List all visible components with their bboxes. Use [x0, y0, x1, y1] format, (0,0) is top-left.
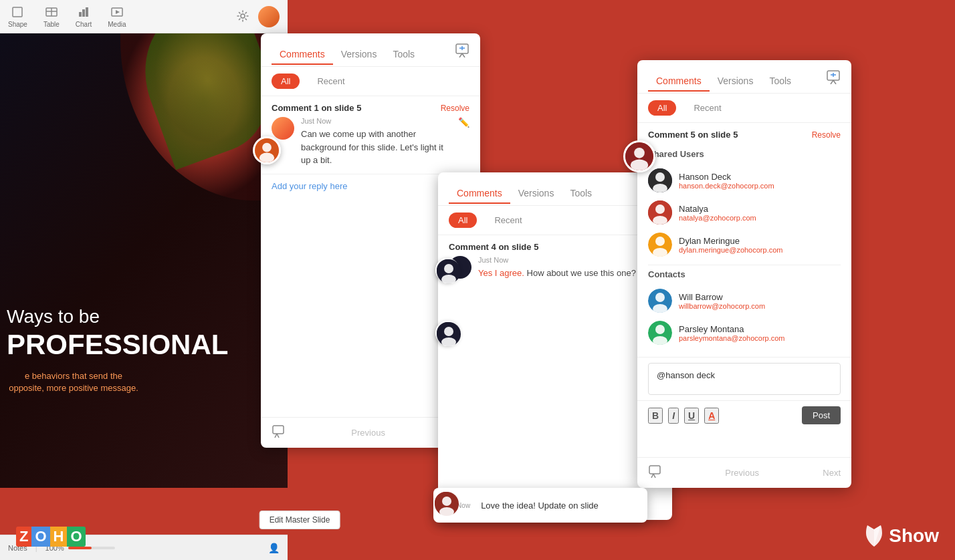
main-toolbar: Shape Table Chart Media [0, 0, 288, 33]
resolve-btn-p3[interactable]: Resolve [812, 130, 841, 140]
panel1-comment-body: Just Now Can we come up with another bac… [261, 117, 480, 174]
next-btn-p3[interactable]: Next [823, 468, 841, 478]
zoho-wordmark: Z O H O [16, 527, 86, 547]
user-avatar-toolbar[interactable] [258, 6, 280, 27]
filter-recent-p1[interactable]: Recent [308, 74, 354, 89]
svg-point-11 [262, 143, 272, 152]
user-info-dylan: Dylan Meringue dylan.meringue@zohocorp.c… [679, 236, 841, 254]
user-email-natalya: natalya@zohocorp.com [679, 214, 841, 222]
svg-point-53 [655, 293, 665, 302]
zoho-logo: Z O H O [16, 527, 86, 547]
edit-comment-icon-p1[interactable]: ✏️ [458, 117, 469, 167]
svg-rect-30 [273, 426, 284, 434]
svg-line-60 [653, 474, 655, 478]
user-name-natalya: Natalya [679, 204, 841, 214]
svg-point-47 [655, 204, 665, 214]
chat-icon-p3[interactable] [648, 464, 661, 481]
comment-title-p2: Comment 4 on slide 5 [449, 242, 538, 252]
post-btn-p3[interactable]: Post [802, 406, 841, 424]
format-italic-btn[interactable]: I [668, 408, 679, 424]
resolve-btn-p1[interactable]: Resolve [441, 104, 469, 113]
tab-versions-p2[interactable]: Versions [510, 184, 562, 204]
avatar-parsley [648, 321, 672, 345]
filter-recent-p3[interactable]: Recent [684, 100, 730, 116]
comment-highlight-p2: Yes I agree. [478, 268, 524, 278]
user-email-parsley: parsleymontana@zohocorp.com [679, 334, 841, 342]
tab-comments-p3[interactable]: Comments [648, 72, 710, 92]
panel3-comment-header: Comment 5 on slide 5 Resolve [637, 123, 851, 144]
chat-icon-p1[interactable] [272, 424, 285, 441]
tab-versions-p1[interactable]: Versions [333, 45, 385, 65]
toolbar-table[interactable]: Table [43, 5, 60, 28]
zoho-letter-o2: O [67, 527, 85, 547]
tab-tools-p3[interactable]: Tools [761, 72, 799, 92]
avatar-panel2 [623, 140, 655, 172]
avatar-comment3 [435, 258, 459, 282]
svg-line-27 [462, 53, 465, 57]
settings-icon[interactable] [237, 10, 250, 23]
svg-line-59 [651, 474, 653, 478]
slide-background [0, 0, 288, 488]
panel3-filter: All Recent [637, 94, 851, 123]
comment-time-p1: Just Now [301, 117, 451, 125]
shared-user-natalya: Natalya natalya@zohocorp.com [648, 196, 841, 229]
contacts-label: Contacts [648, 269, 841, 279]
edit-master-slide-button[interactable]: Edit Master Slide [259, 511, 340, 529]
user-email-dylan: dylan.meringue@zohocorp.com [679, 246, 841, 254]
svg-point-50 [655, 237, 665, 246]
avatar-floating-comment [433, 491, 457, 515]
filter-all-p3[interactable]: All [648, 100, 676, 116]
svg-line-26 [459, 53, 462, 57]
user-info-hanson: Hanson Deck hanson.deck@zohocorp.com [679, 172, 841, 190]
tab-tools-p1[interactable]: Tools [385, 45, 423, 65]
filter-recent-p2[interactable]: Recent [485, 213, 531, 228]
toolbar-shape[interactable]: Shape [8, 5, 27, 28]
svg-rect-5 [82, 9, 85, 17]
svg-point-44 [655, 172, 665, 182]
show-logo-icon [865, 524, 883, 548]
comments-panel-3: Comments Versions Tools All Recent Comme… [637, 60, 851, 488]
toolbar-chart[interactable]: Chart [76, 5, 92, 28]
filter-all-p2[interactable]: All [449, 213, 477, 228]
user-info-parsley: Parsley Montana parsleymontana@zohocorp.… [679, 324, 841, 342]
contact-will: Will Barrow willbarrow@zohocorp.com [648, 285, 841, 317]
toolbar-media[interactable]: Media [108, 5, 126, 28]
svg-line-39 [831, 80, 833, 84]
tab-comments-p2[interactable]: Comments [449, 184, 510, 204]
mention-input[interactable]: @hanson deck [648, 363, 841, 395]
prev-btn-p1[interactable]: Previous [351, 428, 385, 438]
user-name-dylan: Dylan Meringue [679, 236, 841, 246]
avatar-comment4 [435, 321, 459, 345]
svg-point-15 [631, 159, 648, 171]
chart-icon [76, 5, 91, 19]
format-bold-btn[interactable]: B [648, 408, 663, 424]
shared-user-hanson: Hanson Deck hanson.deck@zohocorp.com [648, 164, 841, 196]
svg-line-40 [833, 80, 836, 84]
panel3-tabs: Comments Versions Tools [637, 60, 851, 94]
section-divider [648, 265, 841, 265]
tab-comments-p1[interactable]: Comments [272, 45, 333, 65]
svg-line-31 [275, 434, 277, 438]
format-color-btn[interactable]: A [704, 408, 719, 424]
svg-point-20 [444, 327, 453, 336]
svg-point-14 [634, 148, 645, 158]
comment-time-p2: Just Now [478, 256, 661, 264]
tab-tools-p2[interactable]: Tools [562, 184, 600, 204]
shared-users-section: Shared Users Hanson Deck hanson.deck@zoh… [637, 144, 851, 354]
svg-rect-6 [86, 7, 88, 17]
filter-all-p1[interactable]: All [272, 74, 300, 89]
add-comment-btn-p1[interactable] [455, 43, 469, 66]
zoom-slider[interactable] [68, 547, 115, 549]
tab-versions-p3[interactable]: Versions [710, 72, 762, 92]
prev-btn-p3[interactable]: Previous [725, 468, 759, 478]
format-underline-btn[interactable]: U [684, 408, 699, 424]
panel1-comment-header: Comment 1 on slide 5 Resolve [261, 96, 480, 117]
avatar-dylan [648, 233, 672, 257]
svg-rect-58 [649, 466, 660, 474]
floating-comment-text: Love the idea! Update on slide [481, 501, 599, 511]
panel1-tabs: Comments Versions Tools [261, 33, 480, 67]
add-comment-btn-p3[interactable] [826, 69, 841, 93]
user-info-natalya: Natalya natalya@zohocorp.com [679, 204, 841, 222]
slide-editor: Ways to be PROFESSIONAL e behaviors that… [0, 0, 288, 488]
slide-text-professional: PROFESSIONAL [7, 329, 228, 361]
